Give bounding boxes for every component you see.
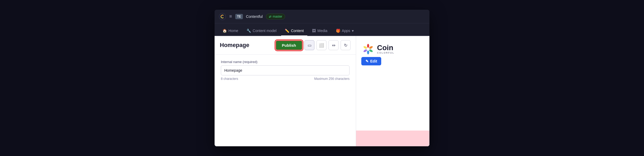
nav-apps-label: Apps xyxy=(342,29,350,33)
nav-content-model-label: Content model xyxy=(253,29,276,33)
char-count: 8 characters xyxy=(221,77,238,81)
branch-badge[interactable]: ⇄ master xyxy=(266,14,285,19)
page-title: Homepage xyxy=(220,42,249,49)
max-chars: Maximum 256 characters xyxy=(314,77,350,81)
hamburger-icon[interactable]: ≡ xyxy=(229,14,232,19)
media-icon: 🖼 xyxy=(312,29,316,33)
internal-name-input[interactable] xyxy=(221,65,350,75)
preview-logo-area: Coin COLORFUL xyxy=(356,36,429,55)
top-bar: ≡ TE Contentful ⇄ master xyxy=(215,10,429,23)
home-icon: 🏠 xyxy=(222,29,227,33)
nav-item-content[interactable]: ✏️ Content xyxy=(281,26,307,36)
resize-button[interactable]: ⇔ xyxy=(329,40,339,50)
desktop-view-button[interactable]: ▭ xyxy=(304,40,314,50)
apps-icon: 🎁 xyxy=(336,29,340,33)
nav-item-media[interactable]: 🖼 Media xyxy=(308,26,331,36)
app-container: ≡ TE Contentful ⇄ master 🏠 Home 🔧 Conten… xyxy=(215,10,429,146)
preview-panel: Coin COLORFUL ✎ Edit xyxy=(356,36,429,146)
edit-label: Edit xyxy=(370,59,377,63)
main-content: Homepage Publish ▭ ⬜ ⇔ ↻ xyxy=(215,36,429,146)
desktop-icon: ▭ xyxy=(308,43,312,48)
workspace-badge: TE xyxy=(235,14,243,19)
branch-label: master xyxy=(273,15,282,18)
nav-item-content-model[interactable]: 🔧 Content model xyxy=(243,26,280,36)
form-content: Internal name (required) 8 characters Ma… xyxy=(215,55,356,146)
field-label: Internal name (required) xyxy=(221,60,350,64)
refresh-icon: ↻ xyxy=(344,43,347,48)
apps-chevron-icon: ▾ xyxy=(352,29,354,33)
editor-panel: Homepage Publish ▭ ⬜ ⇔ ↻ xyxy=(215,36,356,146)
svg-point-7 xyxy=(367,50,369,54)
header-actions: Publish ▭ ⬜ ⇔ ↻ xyxy=(276,40,351,50)
contentful-logo xyxy=(219,13,226,20)
publish-button[interactable]: Publish xyxy=(276,40,302,50)
svg-point-10 xyxy=(367,48,370,51)
nav-item-apps[interactable]: 🎁 Apps ▾ xyxy=(332,26,357,36)
mobile-view-button[interactable]: ⬜ xyxy=(316,40,326,50)
wrench-icon: 🔧 xyxy=(247,29,251,33)
preview-pink-section xyxy=(356,131,429,146)
coin-sub: COLORFUL xyxy=(377,51,394,54)
workspace-name: Contentful xyxy=(246,14,263,19)
edit-overlay-button[interactable]: ✎ Edit xyxy=(361,57,381,65)
refresh-button[interactable]: ↻ xyxy=(341,40,351,50)
editor-header: Homepage Publish ▭ ⬜ ⇔ ↻ xyxy=(215,36,356,55)
nav-bar: 🏠 Home 🔧 Content model ✏️ Content 🖼 Medi… xyxy=(215,23,429,36)
svg-point-0 xyxy=(219,13,226,20)
svg-point-2 xyxy=(221,17,222,18)
nav-media-label: Media xyxy=(317,29,327,33)
nav-home-label: Home xyxy=(228,29,238,33)
nav-content-label: Content xyxy=(291,29,304,33)
mobile-icon: ⬜ xyxy=(319,43,324,48)
coin-text: Coin COLORFUL xyxy=(377,44,394,54)
coin-title: Coin xyxy=(377,44,394,51)
nav-item-home[interactable]: 🏠 Home xyxy=(219,26,242,36)
svg-point-1 xyxy=(221,15,222,16)
branch-arrow-icon: ⇄ xyxy=(269,15,271,18)
pencil-icon: ✎ xyxy=(365,59,369,63)
content-edit-icon: ✏️ xyxy=(285,29,289,33)
internal-name-field: Internal name (required) 8 characters Ma… xyxy=(221,60,350,81)
coin-colorful-logo xyxy=(362,43,374,55)
svg-point-4 xyxy=(367,44,369,48)
field-meta: 8 characters Maximum 256 characters xyxy=(221,77,350,81)
outer-background: ≡ TE Contentful ⇄ master 🏠 Home 🔧 Conten… xyxy=(0,0,644,156)
resize-icon: ⇔ xyxy=(332,43,335,48)
